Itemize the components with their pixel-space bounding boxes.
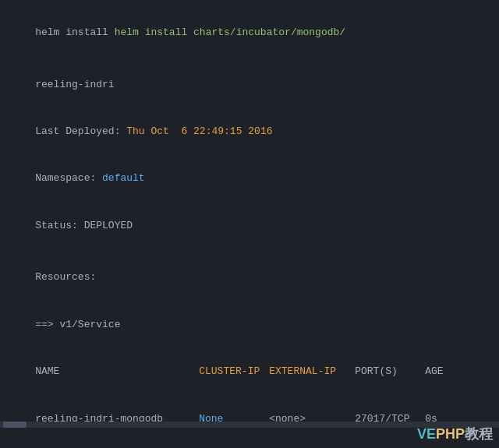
namespace-value: default (102, 172, 145, 184)
cmd-path: helm install charts/incubator/mongodb/ (115, 26, 345, 38)
resources-label: Resources: (11, 254, 488, 301)
watermark-text: 教程 (465, 426, 493, 442)
last-deployed-line: Last Deployed: Thu Oct 6 22:49:15 2016 (11, 108, 488, 155)
command-line: helm install helm install charts/incubat… (11, 9, 488, 56)
status-value: DEPLOYED (84, 220, 133, 231)
cmd-prefix: helm install (35, 26, 114, 38)
status-line: Status: DEPLOYED (11, 203, 488, 249)
scrollbar-thumb[interactable] (3, 422, 27, 428)
namespace-label: Namespace: (35, 172, 96, 184)
namespace-line: Namespace: default (11, 155, 488, 202)
release-name-text: reeling-indri (35, 79, 114, 90)
last-deployed-label: Last Deployed: (35, 125, 120, 137)
service-arrow: ==> v1/Service (11, 302, 488, 348)
release-name: reeling-indri (11, 61, 488, 108)
watermark-ve: VE (417, 426, 436, 442)
watermark: VEPHP教程 (417, 425, 493, 443)
terminal: helm install helm install charts/incubat… (0, 0, 499, 448)
last-deployed-value: Thu Oct 6 22:49:15 2016 (126, 125, 272, 137)
watermark-php: PHP (436, 426, 465, 442)
status-label: Status: (35, 220, 78, 231)
service-header-row: NAMECLUSTER-IPEXTERNAL-IPPORT(S)AGE (11, 348, 488, 395)
namespace-space (96, 172, 102, 184)
status-space (78, 220, 84, 231)
